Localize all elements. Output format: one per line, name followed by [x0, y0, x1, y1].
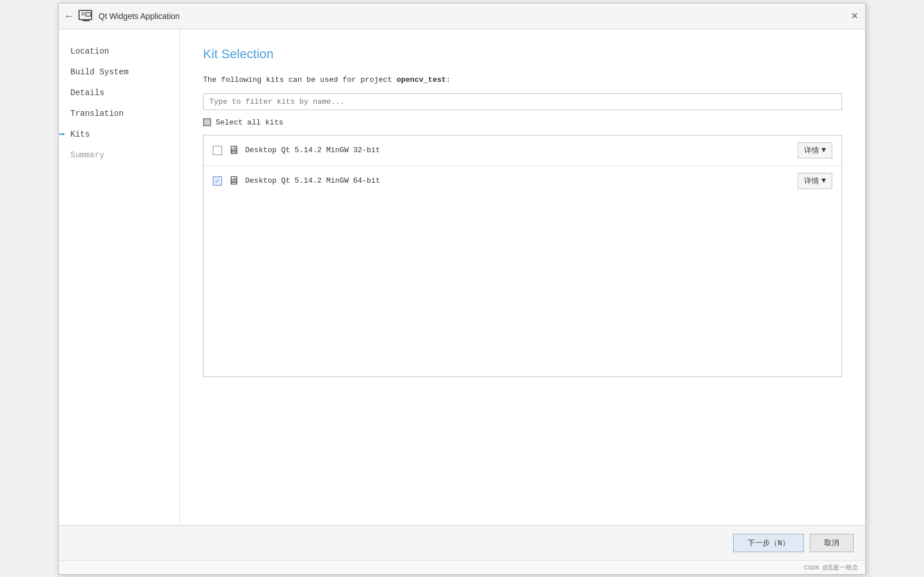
details-button-32[interactable]: 详情 ▼	[798, 142, 832, 159]
page-title: Kit Selection	[203, 47, 842, 62]
svg-rect-1	[81, 12, 85, 16]
sidebar-item-location[interactable]: Location	[59, 41, 179, 62]
sidebar-item-translation[interactable]: Translation	[59, 103, 179, 124]
main-content: Kit Selection The following kits can be …	[180, 29, 865, 525]
kits-list: 🖥 Desktop Qt 5.14.2 MinGW 32-bit 详情 ▼ ✓ …	[203, 135, 842, 377]
active-arrow-icon: ➡	[59, 128, 65, 141]
select-all-label: Select all kits	[216, 118, 283, 127]
select-all-row: Select all kits	[203, 118, 842, 127]
next-button[interactable]: 下一步（N）	[733, 534, 804, 552]
watermark: CSDN @流逝一格念	[59, 560, 865, 574]
sidebar-item-details[interactable]: Details	[59, 82, 179, 103]
kit-checkbox-64[interactable]: ✓	[213, 176, 222, 186]
sidebar-item-label: Build System	[70, 67, 129, 77]
cancel-button[interactable]: 取消	[810, 534, 854, 552]
kit-name-64: Desktop Qt 5.14.2 MinGW 64-bit	[245, 176, 792, 185]
monitor-icon-64: 🖥	[228, 174, 239, 188]
kit-row-64: ✓ 🖥 Desktop Qt 5.14.2 MinGW 64-bit 详情 ▼	[204, 166, 842, 196]
sidebar-item-label: Details	[70, 88, 104, 97]
footer: 下一步（N） 取消	[59, 525, 865, 560]
kit-checkbox-32[interactable]	[213, 146, 222, 155]
sidebar-item-label: Location	[70, 47, 109, 56]
window-title: Qt Widgets Application	[99, 12, 180, 21]
chevron-down-icon: ▼	[821, 176, 826, 185]
title-bar: ← Qt Widgets Application ✕	[59, 3, 865, 29]
details-button-64[interactable]: 详情 ▼	[798, 173, 832, 189]
sidebar: Location Build System Details Translatio…	[59, 29, 180, 525]
kit-name-32: Desktop Qt 5.14.2 MinGW 32-bit	[245, 146, 792, 154]
content-area: Location Build System Details Translatio…	[59, 29, 865, 525]
sidebar-item-label: Translation	[70, 109, 123, 118]
back-button[interactable]: ←	[66, 10, 72, 22]
sidebar-item-label: Kits	[70, 130, 90, 139]
svg-marker-2	[86, 13, 91, 16]
filter-input[interactable]	[203, 93, 842, 110]
sidebar-item-label: Summary	[70, 150, 104, 160]
monitor-icon-32: 🖥	[228, 144, 239, 157]
svg-rect-0	[79, 10, 92, 20]
select-all-checkbox[interactable]	[203, 118, 211, 126]
sidebar-item-summary[interactable]: Summary	[59, 145, 179, 165]
description: The following kits can be used for proje…	[203, 76, 842, 84]
main-window: ← Qt Widgets Application ✕ Location Buil…	[58, 3, 866, 575]
window-icon	[78, 8, 94, 24]
sidebar-item-kits[interactable]: ➡ Kits	[59, 124, 179, 145]
close-button[interactable]: ✕	[851, 12, 858, 21]
sidebar-item-build-system[interactable]: Build System	[59, 62, 179, 82]
chevron-down-icon: ▼	[821, 146, 826, 154]
kit-row-32: 🖥 Desktop Qt 5.14.2 MinGW 32-bit 详情 ▼	[204, 135, 842, 166]
